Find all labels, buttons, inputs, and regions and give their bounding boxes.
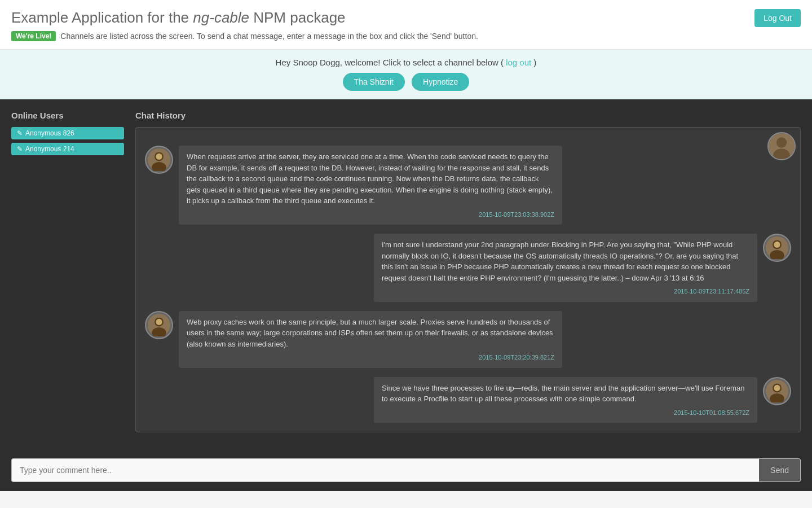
partial-avatar-top [767,132,796,160]
channel-buttons: Tha Shiznit Hypnotize [11,73,801,91]
message-text-3: Web proxy caches work on the same princi… [187,318,553,348]
sidebar: Online Users ✎ Anonymous 826 ✎ Anonymous… [11,111,124,438]
person-icon: ✎ [17,129,23,137]
message-1: When requests arrive at the server, they… [145,146,791,225]
chat-box: When requests arrive at the server, they… [135,127,801,432]
page-title: Example Application for the ng-cable NPM… [11,9,801,27]
timestamp-1: 2015-10-09T23:03:38.902Z [187,210,554,220]
avatar-4 [763,377,791,405]
svg-point-1 [776,137,787,147]
person-icon-2: ✎ [17,145,23,153]
live-text: Channels are listed across the screen. T… [60,32,478,41]
message-4: Since we have three processes to fire up… [145,377,791,423]
message-text-1: When requests arrive at the server, they… [187,152,553,205]
bubble-2: I'm not sure I understand your 2nd parag… [374,234,757,302]
user-badge-826: ✎ Anonymous 826 [11,127,124,139]
svg-point-10 [774,242,780,248]
avatar-3 [145,311,173,339]
message-2: I'm not sure I understand your 2nd parag… [145,234,791,302]
channel-button-tha-shiznit[interactable]: Tha Shiznit [343,73,405,91]
timestamp-3: 2015-10-09T23:20:39.821Z [187,353,554,362]
message-text-4: Since we have three processes to fire up… [382,384,744,404]
live-bar: We're Live! Channels are listed across t… [11,27,801,43]
logout-button[interactable]: Log Out [754,9,801,27]
message-3: Web proxy caches work on the same princi… [145,311,791,368]
svg-point-18 [774,384,780,391]
online-users-title: Online Users [11,111,124,120]
user-badge-214: ✎ Anonymous 214 [11,143,124,155]
chat-history-title: Chat History [135,111,801,120]
send-button[interactable]: Send [759,458,801,482]
svg-point-6 [156,154,162,160]
bubble-1: When requests arrive at the server, they… [179,146,562,225]
bubble-3: Web proxy caches work on the same princi… [179,311,562,368]
svg-point-14 [156,318,162,325]
timestamp-4: 2015-10-10T01:08:55.672Z [382,408,749,418]
chat-area: Chat History [135,111,801,438]
input-row: Send [0,449,812,491]
user-label-214: Anonymous 214 [25,145,74,153]
main-layout: Online Users ✎ Anonymous 826 ✎ Anonymous… [0,99,812,449]
welcome-message: Hey Snoop Dogg, welcome! Click to select… [11,58,801,67]
user-label-826: Anonymous 826 [25,129,74,137]
logout-link[interactable]: log out [506,58,531,67]
channel-bar: Hey Snoop Dogg, welcome! Click to select… [0,50,812,99]
header: Example Application for the ng-cable NPM… [0,0,812,50]
avatar-1 [145,146,173,174]
timestamp-2: 2015-10-09T23:11:17.485Z [382,287,749,296]
bubble-4: Since we have three processes to fire up… [374,377,757,423]
avatar-2 [763,234,791,262]
message-text-2: I'm not sure I understand your 2nd parag… [382,240,738,282]
comment-input[interactable] [11,458,759,482]
live-badge: We're Live! [11,31,56,41]
channel-button-hypnotize[interactable]: Hypnotize [412,73,469,91]
